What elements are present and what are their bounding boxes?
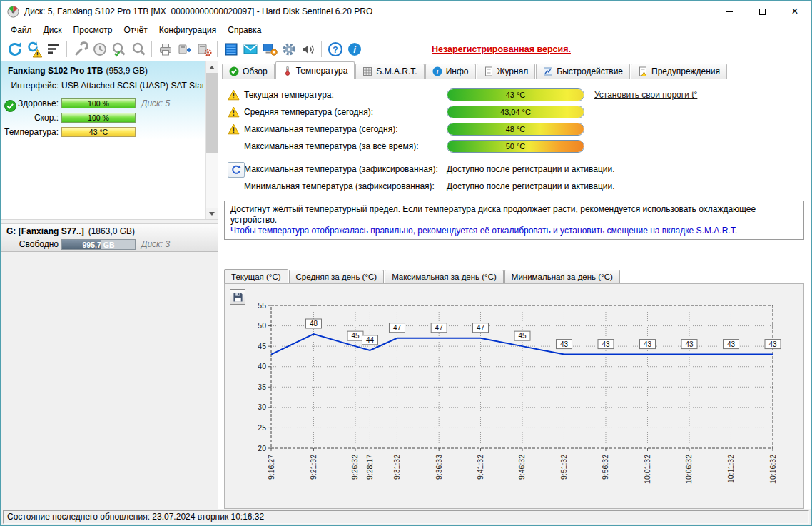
performance-label: Скор.:: [1, 113, 61, 123]
max-today-label: Максимальная температура (сегодня):: [244, 124, 447, 134]
surface-test-icon[interactable]: [221, 40, 240, 59]
toolbar-separator: [151, 41, 152, 57]
maximize-icon: [759, 9, 766, 15]
registered-section: Максимальная температура (зафиксированна…: [218, 161, 811, 195]
svg-text:43: 43: [685, 340, 694, 348]
svg-text:43: 43: [644, 340, 652, 348]
chart-tab-daily-min[interactable]: Минимальная за день (°C): [504, 270, 620, 283]
set-thresholds-link[interactable]: Установить свои пороги t°: [594, 90, 697, 100]
temperature-section: Текущая температура: 43 °C Установить св…: [218, 79, 811, 155]
unregistered-version-link[interactable]: Незарегистрированная версия.: [432, 44, 571, 54]
monitor-sound-icon[interactable]: [260, 40, 279, 59]
svg-text:9:21:32: 9:21:32: [309, 455, 318, 480]
close-button[interactable]: ×: [778, 1, 811, 22]
window-title: Диск: 5, Fanxiang S102 Pro 1TB [MX_00000…: [24, 6, 372, 16]
current-temp-bar: 43 °C: [447, 88, 584, 101]
max-today-value: 48 °C: [506, 125, 526, 133]
sidebar-scrollbar[interactable]: [205, 61, 218, 219]
tab-label: S.M.A.R.T.: [376, 66, 417, 76]
svg-text:9:16:27: 9:16:27: [267, 455, 275, 480]
menu-help[interactable]: Справка: [222, 24, 267, 36]
chart-tab-daily-average[interactable]: Средняя за день (°C): [289, 270, 385, 283]
scrollbar-track[interactable]: [206, 153, 218, 208]
menu-file[interactable]: Файл: [5, 24, 38, 36]
refresh-warning-icon[interactable]: [24, 40, 44, 59]
title-bar: Диск: 5, Fanxiang S102 Pro 1TB [MX_00000…: [1, 1, 811, 22]
minimize-icon: [726, 11, 733, 12]
svg-text:47: 47: [435, 324, 444, 332]
clock-icon[interactable]: [90, 40, 109, 59]
main-tabs: Обзор Температура S.M.A.R.T. i Инфо Журн…: [218, 61, 811, 79]
svg-text:45: 45: [258, 342, 266, 350]
svg-text:10:16:32: 10:16:32: [768, 455, 777, 484]
status-bar: Состояние последнего обновления: 23.07.2…: [1, 509, 811, 525]
close-icon: ×: [791, 6, 798, 17]
tab-smart[interactable]: S.M.A.R.T.: [355, 64, 424, 79]
menu-view[interactable]: Просмотр: [68, 24, 118, 36]
tab-temperature[interactable]: Температура: [275, 61, 355, 79]
info-icon[interactable]: i: [345, 40, 364, 59]
chart-tab-daily-max[interactable]: Максимальная за день (°C): [385, 270, 504, 283]
disk2-size: (1863,0 GB): [88, 226, 135, 236]
menu-configuration[interactable]: Конфигурация: [153, 24, 223, 36]
svg-text:10:11:32: 10:11:32: [726, 455, 735, 483]
scrollbar-thumb[interactable]: [206, 73, 218, 153]
disk-copy-icon[interactable]: [175, 40, 194, 59]
svg-text:47: 47: [393, 324, 402, 332]
sidebar: Fanxiang S102 Pro 1TB(953,9 GB) Интерфей…: [1, 61, 218, 509]
minimize-button[interactable]: [713, 1, 746, 22]
content-area: Fanxiang S102 Pro 1TB(953,9 GB) Интерфей…: [1, 61, 811, 509]
warning-icon: [228, 123, 240, 135]
scroll-up-icon[interactable]: [206, 61, 218, 73]
toolbar-separator: [321, 41, 322, 57]
disk-panel-selected[interactable]: Fanxiang S102 Pro 1TB(953,9 GB) Интерфей…: [1, 61, 218, 140]
reset-recorded-button[interactable]: [228, 162, 245, 178]
health-value: 100 %: [88, 99, 109, 108]
speaker-icon[interactable]: [298, 40, 318, 59]
disk1-size: (953,9 GB): [106, 66, 148, 76]
help-icon[interactable]: ?: [325, 40, 345, 59]
tools-icon[interactable]: [71, 40, 90, 59]
list-icon[interactable]: [44, 40, 63, 59]
interface-label: Интерфейс:: [1, 81, 61, 91]
performance-chart-icon: [543, 66, 553, 76]
disk-gear-icon[interactable]: [194, 40, 213, 59]
max-today-row: Максимальная температура (сегодня): 48 °…: [228, 121, 804, 138]
tab-info[interactable]: i Инфо: [425, 64, 476, 79]
check-circle-icon: [229, 66, 239, 76]
menu-report[interactable]: Отчёт: [118, 24, 153, 36]
tab-overview[interactable]: Обзор: [222, 64, 275, 79]
temperature-label: Температура:: [1, 127, 61, 137]
svg-text:9:46:32: 9:46:32: [517, 455, 526, 480]
temperature-chart: 20253035404550559:16:279:21:329:26:329:2…: [225, 284, 803, 508]
disk1-name: Fanxiang S102 Pro 1TB: [8, 66, 103, 76]
max-ever-bar: 50 °C: [447, 140, 584, 153]
refresh-icon[interactable]: [5, 40, 24, 59]
menu-disk[interactable]: Диск: [38, 24, 68, 36]
notice-line-2: Чтобы температура отображалась правильно…: [230, 226, 798, 236]
search-icon[interactable]: [128, 40, 148, 59]
tab-alerts[interactable]: Предупреждения: [631, 64, 727, 79]
temperature-bar: 43 °C: [61, 127, 136, 137]
disk2-header: G: [Fanxiang S77..](1863,0 GB): [1, 226, 218, 236]
search-check-icon[interactable]: [109, 40, 128, 59]
chart-tabs: Текущая (°C) Средняя за день (°C) Максим…: [224, 268, 811, 283]
maximize-button[interactable]: [746, 1, 778, 22]
svg-text:50: 50: [258, 321, 266, 330]
printer-icon[interactable]: [156, 40, 175, 59]
svg-text:9:31:32: 9:31:32: [392, 455, 401, 480]
disk1-number: Диск: 5: [136, 98, 170, 108]
alert-document-icon: [638, 66, 648, 76]
chart-tab-current[interactable]: Текущая (°C): [224, 269, 288, 284]
gear-icon[interactable]: [279, 40, 298, 59]
disk-panel-partition[interactable]: G: [Fanxiang S77..](1863,0 GB) Свободно …: [1, 223, 218, 252]
main-panel: Обзор Температура S.M.A.R.T. i Инфо Журн…: [218, 61, 811, 509]
scroll-down-icon[interactable]: [206, 208, 218, 219]
tab-performance[interactable]: Быстродействие: [536, 64, 630, 79]
toolbar: ? i Незарегистрированная версия.: [1, 37, 811, 61]
tab-log[interactable]: Журнал: [477, 64, 536, 79]
mail-icon[interactable]: [240, 40, 260, 59]
tab-label: Быстродействие: [557, 66, 623, 76]
avg-temp-row: Средняя температура (сегодня): 43,04 °C: [228, 103, 804, 121]
icon-spacer: [228, 141, 240, 152]
